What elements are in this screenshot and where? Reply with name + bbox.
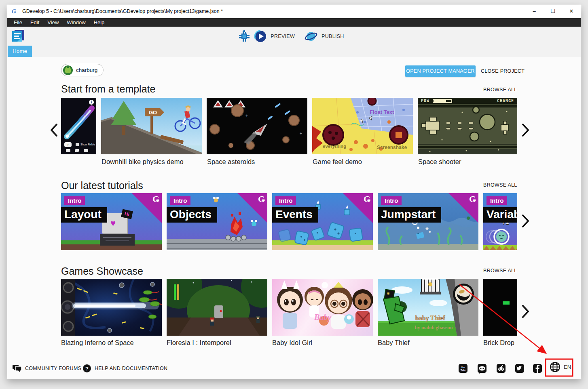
- debugger-icon[interactable]: [238, 30, 250, 42]
- section-title-templates: Start from a template: [61, 83, 155, 95]
- showcase-card-babythief[interactable]: baby Thief by mahdi ghasemi: [378, 279, 478, 336]
- help-docs-link[interactable]: ? HELP AND DOCUMENTATION: [82, 363, 167, 374]
- publish-planet-icon[interactable]: [305, 30, 317, 42]
- caption-bike: Downhill bike physics demo: [102, 158, 184, 166]
- twitter-icon[interactable]: [515, 364, 524, 373]
- tutorial-card-jumpstart[interactable]: Ǥ Intro Jumpstart: [378, 193, 478, 250]
- caption-floresia: Floresia I : Intemporel: [167, 339, 231, 347]
- discord-icon[interactable]: [478, 364, 486, 373]
- facebook-icon[interactable]: [533, 364, 542, 373]
- user-chip[interactable]: charburg: [61, 64, 104, 76]
- browse-all-templates[interactable]: BROWSE ALL: [483, 87, 517, 93]
- reddit-icon[interactable]: [497, 364, 506, 373]
- svg-text:+: +: [245, 114, 248, 118]
- showcase-card-brickdrop[interactable]: [483, 279, 517, 336]
- showcase-card-floresia[interactable]: [167, 279, 267, 336]
- checkbox-icon: [76, 143, 79, 146]
- tutorials-right-arrow[interactable]: [521, 214, 530, 228]
- play-overlay-icon: ›: [64, 142, 72, 147]
- template-card-partial[interactable]: i › Show FixMe: [61, 98, 96, 154]
- preview-label[interactable]: PREVIEW: [271, 34, 295, 39]
- templates-right-arrow[interactable]: [521, 123, 530, 137]
- help-icon: ?: [82, 364, 91, 373]
- pow-label: POW: [421, 99, 429, 103]
- youtube-overlay-icon: [66, 149, 70, 152]
- help-docs-label: HELP AND DOCUMENTATION: [95, 366, 167, 371]
- menu-edit[interactable]: Edit: [26, 18, 43, 27]
- panel-art: [100, 234, 135, 246]
- shooter-art: [418, 98, 517, 154]
- babythief-subtitle: by mahdi ghasemi: [415, 325, 453, 331]
- discord-overlay-icon: [84, 149, 88, 152]
- intro-badge: Intro: [381, 196, 402, 205]
- ghost-art: [483, 225, 517, 247]
- menu-help[interactable]: Help: [90, 18, 109, 27]
- gdevelop-glyph-icon: Ǥ: [258, 195, 265, 204]
- minimize-button[interactable]: –: [525, 5, 544, 18]
- tutorial-word-events: Events: [272, 207, 318, 223]
- tutorial-word-layout: Layout: [61, 207, 107, 223]
- template-card-bike[interactable]: GO: [101, 98, 202, 154]
- gdevelop-logo-icon: Ǥ: [12, 8, 19, 15]
- community-forums-label: COMMUNITY FORUMS: [25, 366, 81, 371]
- carousel-left-arrow[interactable]: [49, 123, 58, 137]
- window-title: GDevelop 5 - C:\Users\charburg\Documents…: [22, 8, 223, 14]
- close-button[interactable]: ✕: [562, 5, 581, 18]
- language-selector[interactable]: EN: [550, 362, 571, 372]
- blazing-art: [61, 279, 162, 336]
- browse-all-showcase[interactable]: BROWSE ALL: [483, 268, 517, 273]
- tutorial-word-variables: Variab: [483, 207, 517, 223]
- globe-icon: [550, 362, 561, 372]
- bike-art: GO: [101, 98, 202, 154]
- tab-home[interactable]: Home: [8, 46, 32, 57]
- tutorial-card-layout[interactable]: ♥ Hi Ǥ Intro Layout: [61, 193, 162, 250]
- open-project-manager-button[interactable]: OPEN PROJECT MANAGER: [405, 65, 476, 77]
- gdevelop-glyph-icon: Ǥ: [469, 195, 476, 204]
- baby-logo-text: Baby: [314, 313, 331, 322]
- browse-all-tutorials[interactable]: BROWSE ALL: [483, 182, 517, 188]
- menu-view[interactable]: View: [43, 18, 63, 27]
- community-forums-link[interactable]: COMMUNITY FORUMS: [12, 363, 81, 374]
- template-card-asteroids[interactable]: + +: [207, 98, 307, 154]
- svg-text:GO: GO: [149, 109, 157, 116]
- close-project-button[interactable]: CLOSE PROJECT: [478, 65, 528, 77]
- tab-strip: Home: [7, 46, 581, 57]
- youtube-icon[interactable]: You Tube: [459, 364, 467, 373]
- tutorial-card-variables[interactable]: +1 Intro Variab: [483, 193, 517, 250]
- template-card-gamefeel[interactable]: Float Text everything Screenshake: [312, 98, 413, 154]
- tutorial-word-objects: Objects: [167, 207, 217, 223]
- maximize-button[interactable]: ☐: [544, 5, 562, 18]
- menu-window[interactable]: Window: [63, 18, 89, 27]
- caption-blazing: Blazing Inferno of Space: [61, 339, 134, 347]
- publish-label[interactable]: PUBLISH: [321, 34, 344, 39]
- menu-bar: File Edit View Window Help: [7, 18, 581, 27]
- toolbar: PREVIEW PUBLISH: [7, 27, 581, 46]
- chat-icon: [12, 364, 22, 373]
- intro-badge: Intro: [486, 196, 507, 205]
- caption-asteroids: Space asteroids: [207, 158, 255, 166]
- language-code: EN: [564, 364, 571, 370]
- twitter-overlay-icon: [75, 149, 79, 152]
- change-label: CHANGE: [497, 99, 514, 103]
- intro-badge: Intro: [64, 196, 85, 205]
- tutorial-card-events[interactable]: Ǥ Intro Events: [272, 193, 373, 250]
- intro-badge: Intro: [170, 196, 190, 205]
- showcase-right-arrow[interactable]: [521, 304, 530, 319]
- menu-file[interactable]: File: [10, 18, 26, 27]
- gdevelop-glyph-icon: Ǥ: [364, 195, 370, 204]
- template-card-shooter[interactable]: POW CHANGE: [418, 98, 517, 154]
- babyidol-art: [272, 279, 373, 336]
- float-text-label: Float Text: [370, 109, 394, 115]
- tutorial-card-objects[interactable]: Ǥ Intro Objects: [167, 193, 267, 250]
- screenshot-stage: Ǥ GDevelop 5 - C:\Users\charburg\Documen…: [0, 0, 588, 389]
- svg-text:You: You: [461, 366, 465, 368]
- asteroids-art: + +: [207, 98, 307, 154]
- avatar: [63, 65, 73, 75]
- intro-badge: Intro: [275, 196, 296, 205]
- showcase-card-babyidol[interactable]: Baby: [272, 279, 373, 336]
- brick-art: [503, 301, 510, 305]
- showcase-card-blazing[interactable]: [61, 279, 162, 336]
- everything-label: everything: [323, 144, 346, 149]
- svg-text:+: +: [300, 131, 302, 136]
- preview-play-icon[interactable]: [254, 30, 267, 42]
